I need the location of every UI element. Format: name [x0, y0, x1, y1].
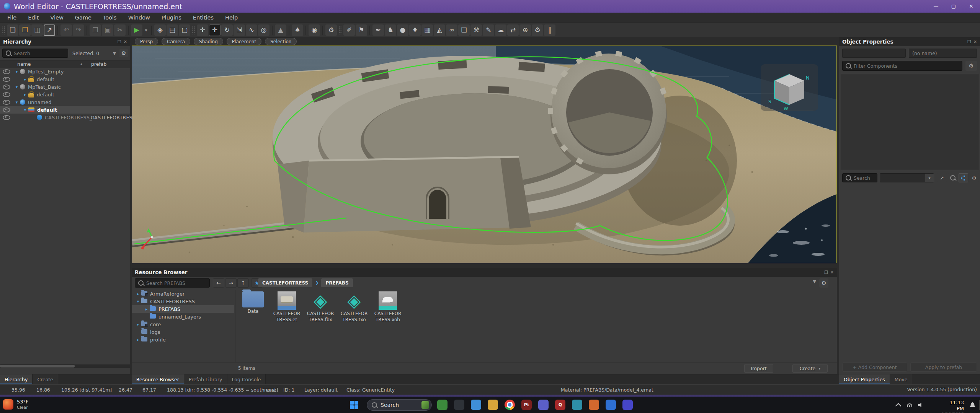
menu-item-view[interactable]: View: [44, 15, 69, 21]
file-tile-castlefortress-fbx[interactable]: CASTLEFORTRESS.fbx: [305, 291, 336, 323]
taskbar-app-app-pt[interactable]: Pt: [521, 400, 532, 410]
hierarchy-row-default[interactable]: ▾ default: [0, 106, 130, 114]
folder-row-prefabs[interactable]: ▸ PREFABS: [132, 305, 234, 313]
entity-name-field[interactable]: [909, 49, 977, 58]
toolbar-button-scale[interactable]: ⇲: [234, 24, 245, 36]
menu-item-plugins[interactable]: Plugins: [156, 15, 187, 21]
notification-bell-icon[interactable]: [970, 402, 975, 408]
taskbar-app-chrome[interactable]: [505, 400, 515, 410]
toolbar-button-open-external[interactable]: ↗: [44, 24, 55, 36]
start-button[interactable]: [350, 401, 358, 409]
toolbar-button-gear-plus[interactable]: ⚙: [532, 24, 543, 36]
hierarchy-search[interactable]: [2, 49, 68, 58]
breadcrumb-current[interactable]: PREFABS: [321, 278, 353, 287]
close-button[interactable]: ✕: [962, 0, 980, 13]
toolbar-button-measure[interactable]: ✐: [343, 24, 355, 36]
weather-widget[interactable]: 53°F Clear: [3, 399, 29, 410]
toolbar-button-cloud[interactable]: ☁: [495, 24, 506, 36]
folder-row-profile[interactable]: ▸ profile: [132, 336, 234, 343]
column-prefab[interactable]: prefab: [88, 61, 107, 67]
taskbar-app-app-indigo[interactable]: [622, 400, 633, 410]
toolbar-button-note-edit[interactable]: ✎: [483, 24, 494, 36]
expand-arrow-icon[interactable]: ▸: [135, 291, 141, 296]
viewport-3d[interactable]: N S W: [132, 46, 837, 263]
file-tile-data-folder[interactable]: Data: [237, 291, 269, 315]
property-preset-dropdown[interactable]: ▾: [880, 173, 934, 182]
dock-tab-hierarchy[interactable]: Hierarchy: [0, 374, 33, 385]
filter-icon[interactable]: ▼: [813, 279, 816, 284]
viewport-mode-placement[interactable]: Placement: [227, 38, 261, 45]
expand-arrow-icon[interactable]: ▸: [135, 322, 141, 327]
chevron-up-icon[interactable]: [895, 403, 902, 409]
import-button[interactable]: Import: [744, 364, 773, 373]
expand-arrow-icon[interactable]: ▸: [143, 307, 150, 312]
menu-item-tools[interactable]: Tools: [97, 15, 122, 21]
menu-item-edit[interactable]: Edit: [22, 15, 44, 21]
gear-icon[interactable]: ⚙: [819, 278, 828, 288]
dock-tab-prefab-library[interactable]: Prefab Library: [184, 374, 227, 385]
toolbar-button-copy[interactable]: ❒: [90, 24, 101, 36]
toolbar-button-terrain-paint[interactable]: ◭: [434, 24, 445, 36]
hierarchy-row-mptest-empty[interactable]: ▾ MpTest_Empty: [0, 68, 130, 75]
visibility-eye-icon[interactable]: [3, 100, 10, 105]
sort-ascending-icon[interactable]: ▴: [80, 62, 82, 66]
property-search[interactable]: [842, 173, 877, 182]
taskbar-search[interactable]: Search: [367, 399, 432, 411]
back-button[interactable]: ←: [213, 278, 224, 288]
search-icon-button[interactable]: [948, 173, 957, 182]
expand-arrow-icon[interactable]: ▾: [22, 107, 28, 112]
float-panel-icon[interactable]: ❐: [118, 39, 121, 44]
resource-search[interactable]: [135, 278, 210, 288]
close-panel-icon[interactable]: ✕: [973, 39, 977, 44]
close-panel-icon[interactable]: ✕: [830, 270, 834, 275]
viewport-mode-persp[interactable]: Persp: [135, 38, 158, 45]
file-tile-castlefortress-txo[interactable]: CASTLEFORTRESS.txo: [338, 291, 370, 323]
expand-arrow-icon[interactable]: ▸: [135, 337, 141, 342]
folder-row-logs[interactable]: logs: [132, 328, 234, 336]
viewport-mode-camera[interactable]: Camera: [162, 38, 190, 45]
toolbar-button-search-world[interactable]: ◉: [309, 24, 320, 36]
add-component-button[interactable]: + Add Component: [842, 363, 907, 372]
toolbar-button-spline[interactable]: ∿: [246, 24, 257, 36]
maximize-button[interactable]: ▢: [945, 0, 962, 13]
toolbar-button-world-settings[interactable]: ⚙: [325, 24, 337, 36]
toolbar-button-view-glasses[interactable]: ∞: [446, 24, 457, 36]
hierarchy-row-default[interactable]: ▸ default: [0, 75, 130, 83]
toolbar-button-save-file[interactable]: ◫: [31, 24, 43, 36]
taskbar-app-app-orange[interactable]: [589, 400, 599, 410]
dock-tab-resource-browser[interactable]: Resource Browser: [132, 374, 184, 385]
clock-widget[interactable]: 11:13 PM 9/18/2025: [941, 400, 964, 413]
toolbar-button-flow-swap[interactable]: ⇄: [507, 24, 519, 36]
folder-row-unnamed-layers[interactable]: unnamed_Layers: [132, 313, 234, 320]
dock-tab-create[interactable]: Create: [33, 374, 58, 385]
hierarchy-row-default[interactable]: ▸ default: [0, 91, 130, 98]
folder-row-core[interactable]: ▸ core: [132, 320, 234, 328]
visibility-eye-icon[interactable]: [3, 77, 10, 82]
taskbar-app-calendar[interactable]: [471, 400, 481, 410]
resource-search-input[interactable]: [146, 280, 206, 286]
toolbar-button-undo[interactable]: ↶: [60, 24, 72, 36]
visibility-eye-icon[interactable]: [3, 85, 10, 89]
scrollbar-thumb[interactable]: [0, 365, 75, 367]
view-cube-gizmo[interactable]: N S W: [761, 64, 818, 111]
speaker-icon[interactable]: [918, 402, 923, 408]
minimize-button[interactable]: —: [927, 0, 945, 13]
menu-item-file[interactable]: File: [2, 15, 22, 21]
toolbar-button-entity-cube[interactable]: ◈: [154, 24, 166, 36]
title-bar[interactable]: World Editor - CASTLEFORTRESS/unnamed.en…: [0, 0, 980, 13]
toolbar-button-bounds[interactable]: ◎: [258, 24, 270, 36]
toolbar-button-cut[interactable]: ✂: [114, 24, 126, 36]
forward-button[interactable]: →: [225, 278, 237, 288]
filter-components-search[interactable]: [842, 61, 962, 71]
menu-item-help[interactable]: Help: [219, 15, 243, 21]
toolbar-button-pause[interactable]: ‖: [544, 24, 555, 36]
hierarchy-horizontal-scrollbar[interactable]: [0, 364, 130, 368]
toolbar-button-play-dropdown[interactable]: ▾: [143, 24, 149, 36]
filter-components-input[interactable]: [854, 63, 959, 69]
up-button[interactable]: ↑: [237, 278, 249, 288]
visibility-eye-icon[interactable]: [3, 115, 10, 120]
hierarchy-view-toggle[interactable]: [959, 173, 968, 182]
menu-item-game[interactable]: Game: [69, 15, 97, 21]
column-name[interactable]: name: [17, 61, 31, 67]
expand-arrow-icon[interactable]: ▸: [22, 92, 28, 97]
